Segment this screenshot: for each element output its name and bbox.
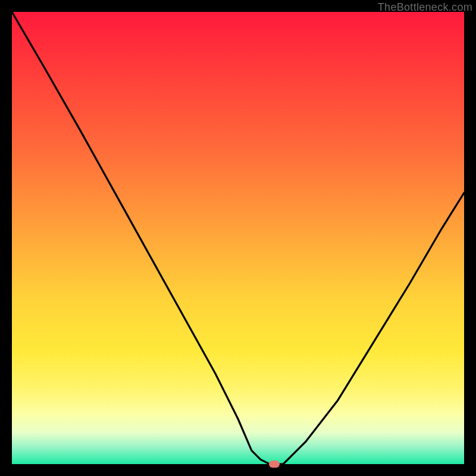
- optimal-point-marker: [269, 461, 280, 468]
- chart-frame: TheBottleneck.com: [0, 0, 476, 476]
- watermark-text: TheBottleneck.com: [378, 1, 472, 14]
- bottleneck-curve: [12, 12, 464, 464]
